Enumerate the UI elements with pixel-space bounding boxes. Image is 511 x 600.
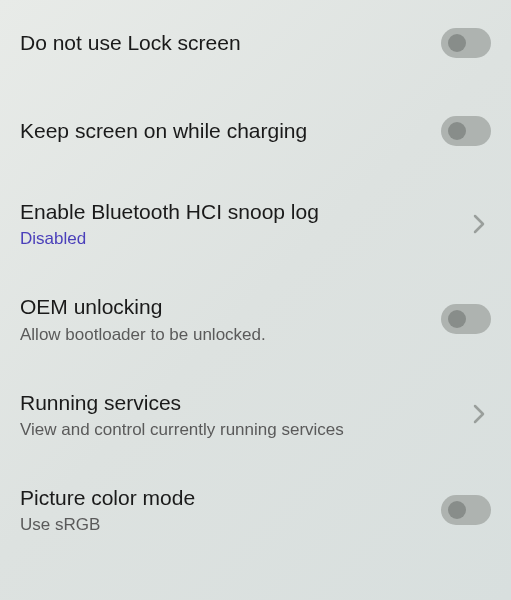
setting-subtitle: Use sRGB — [20, 515, 429, 535]
setting-title: OEM unlocking — [20, 293, 429, 320]
setting-oem-unlocking[interactable]: OEM unlocking Allow bootloader to be unl… — [0, 271, 511, 366]
setting-picture-color[interactable]: Picture color mode Use sRGB — [0, 462, 511, 549]
setting-text: Running services View and control curren… — [20, 389, 467, 440]
picture-color-toggle[interactable] — [441, 495, 491, 525]
chevron-right-icon — [467, 402, 491, 426]
setting-text: Enable Bluetooth HCI snoop log Disabled — [20, 198, 467, 249]
setting-text: OEM unlocking Allow bootloader to be unl… — [20, 293, 441, 344]
setting-running-services[interactable]: Running services View and control curren… — [0, 367, 511, 462]
setting-subtitle: Allow bootloader to be unlocked. — [20, 325, 429, 345]
chevron-right-icon — [467, 212, 491, 236]
settings-list: Do not use Lock screen Keep screen on wh… — [0, 0, 511, 549]
setting-lock-screen[interactable]: Do not use Lock screen — [0, 0, 511, 86]
setting-subtitle: Disabled — [20, 229, 455, 249]
keep-screen-toggle[interactable] — [441, 116, 491, 146]
setting-title: Do not use Lock screen — [20, 29, 429, 56]
setting-text: Keep screen on while charging — [20, 117, 441, 144]
setting-title: Running services — [20, 389, 455, 416]
setting-title: Picture color mode — [20, 484, 429, 511]
setting-subtitle: View and control currently running servi… — [20, 420, 455, 440]
setting-keep-screen[interactable]: Keep screen on while charging — [0, 86, 511, 176]
oem-unlocking-toggle[interactable] — [441, 304, 491, 334]
lock-screen-toggle[interactable] — [441, 28, 491, 58]
setting-text: Picture color mode Use sRGB — [20, 484, 441, 535]
setting-title: Enable Bluetooth HCI snoop log — [20, 198, 455, 225]
setting-text: Do not use Lock screen — [20, 29, 441, 56]
setting-title: Keep screen on while charging — [20, 117, 429, 144]
setting-bluetooth-hci[interactable]: Enable Bluetooth HCI snoop log Disabled — [0, 176, 511, 271]
